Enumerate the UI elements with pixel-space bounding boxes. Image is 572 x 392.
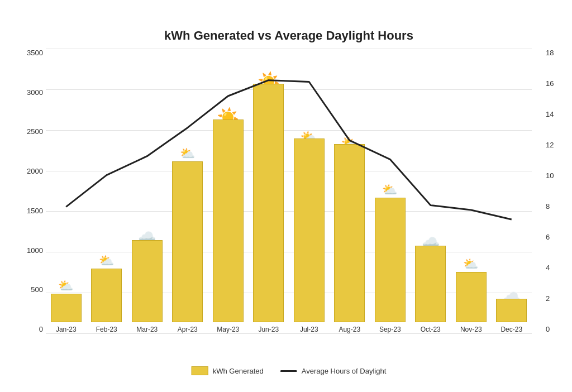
x-label: Jun-23 — [258, 326, 279, 333]
legend-line-swatch — [280, 370, 297, 372]
bar-group: 🌧️Oct-23 — [411, 246, 451, 333]
grid-line — [46, 333, 532, 334]
x-label: Apr-23 — [178, 326, 198, 333]
x-label: Dec-23 — [500, 326, 522, 333]
x-label: Oct-23 — [421, 326, 441, 333]
bar-Nov-23 — [456, 272, 487, 322]
bar-group: ⛅Aug-23 — [330, 144, 370, 333]
bar-group: ⛅Jan-23 — [46, 294, 87, 333]
x-label: Jan-23 — [56, 326, 77, 333]
bar-Apr-23 — [172, 161, 203, 323]
bar-Mar-23 — [132, 240, 163, 322]
bar-group: ⛅Jul-23 — [289, 138, 330, 333]
legend: kWh Generated Average Hours of Daylight — [192, 366, 387, 375]
bar-group: ⛅Nov-23 — [451, 272, 492, 333]
bar-group: ⛅Feb-23 — [87, 269, 127, 333]
legend-bar-label: kWh Generated — [213, 367, 264, 375]
bar-Oct-23 — [415, 246, 446, 322]
bar-Feb-23 — [91, 269, 122, 322]
bar-group: ☀️May-23 — [208, 119, 249, 333]
x-label: Sep-23 — [379, 326, 401, 333]
x-label: Mar-23 — [136, 326, 158, 333]
y-axis-left: 0 500 1000 1500 2000 2500 3000 3500 — [15, 49, 43, 333]
legend-bar-swatch — [192, 366, 208, 375]
bar-Jul-23 — [294, 138, 325, 322]
bar-Sep-23 — [375, 198, 406, 322]
bars-container: ⛅Jan-23⛅Feb-23🌧️Mar-23⛅Apr-23☀️May-23☀️J… — [46, 49, 532, 333]
y-axis-right: 0 2 4 6 8 10 12 14 16 18 — [546, 49, 563, 333]
x-label: Feb-23 — [96, 326, 117, 333]
x-label: Nov-23 — [460, 326, 482, 333]
bar-Jan-23 — [51, 294, 82, 322]
chart-container: kWh Generated vs Average Daylight Hours … — [7, 6, 565, 386]
chart-title: kWh Generated vs Average Daylight Hours — [46, 28, 532, 43]
bar-group: ☀️Jun-23 — [249, 84, 289, 333]
bar-Jun-23 — [253, 84, 284, 322]
bar-Aug-23 — [334, 144, 365, 322]
legend-line-label: Average Hours of Daylight — [302, 367, 387, 375]
x-label: Aug-23 — [339, 326, 360, 333]
bar-group: ⛅Apr-23 — [168, 161, 208, 334]
bar-group: ☁️Dec-23 — [492, 299, 532, 333]
bar-group: 🌧️Mar-23 — [127, 240, 168, 333]
x-label: May-23 — [217, 326, 239, 333]
x-label: Jul-23 — [300, 326, 318, 333]
legend-line-item: Average Hours of Daylight — [280, 367, 387, 375]
bar-May-23 — [213, 119, 244, 322]
bar-group: ⛅Sep-23 — [370, 198, 411, 333]
bar-Dec-23 — [496, 299, 527, 322]
legend-bar-item: kWh Generated — [192, 366, 264, 375]
